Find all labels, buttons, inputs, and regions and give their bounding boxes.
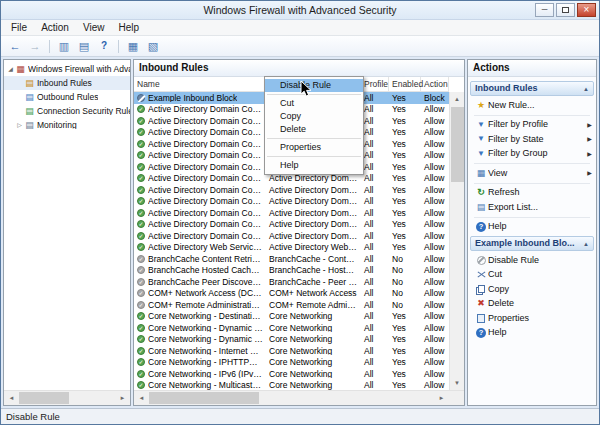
tree-item-connection-security-rules[interactable]: ▤Connection Security Rules [4,104,130,118]
scroll-right-arrow[interactable]: ► [434,395,449,401]
context-menu-item-copy[interactable]: Copy [265,110,363,123]
tree-expander-icon[interactable]: ▷ [15,122,24,128]
rule-name: Core Networking - IPv6 (IPv6-In) [148,370,263,379]
rule-row[interactable]: ✓Core Networking - Destination Unreachab… [134,311,449,323]
scroll-thumb[interactable] [451,107,464,182]
context-menu-item-help[interactable]: Help [265,159,363,172]
allow-rule-icon: ✓ [137,140,145,148]
close-button[interactable]: × [577,3,596,17]
show-console-tree-icon[interactable]: ▥ [55,38,73,55]
rule-enabled-cell: Yes [389,151,421,160]
column-header-name[interactable]: Name [134,77,266,91]
tree-expander-icon[interactable]: ◢ [6,66,15,72]
show-action-pane-icon[interactable]: ▦ [124,38,142,55]
rule-row[interactable]: ✓Core Networking - Dynamic Host Configur… [134,322,449,334]
rule-group-cell: Active Directory Domain Services [266,209,361,218]
context-menu: Disable RuleCutCopyDeletePropertiesHelp [264,76,364,175]
scroll-left-arrow[interactable]: ◄ [4,395,19,401]
rule-row[interactable]: ✓Core Networking - IPv6 (IPv6-In)Core Ne… [134,368,449,380]
back-icon[interactable]: ← [6,38,24,55]
tree-item-outbound-rules[interactable]: ▤Outbound Rules [4,90,130,104]
properties-sheet-shape [477,314,485,323]
action-view[interactable]: ▦View▶ [470,166,594,181]
context-menu-item-properties[interactable]: Properties [265,141,363,154]
rule-row[interactable]: ✓BranchCache Hosted Cache Server (HTTP-I… [134,265,449,277]
scroll-down-arrow[interactable]: ▼ [454,376,460,390]
context-menu-item-disable-rule[interactable]: Disable Rule [265,79,363,92]
tree-item-monitoring[interactable]: ▷▤Monitoring [4,118,130,132]
rule-name-cell: ✓Active Directory Domain Controller (RPC… [134,232,266,241]
action-group-header-example-inbound-blo[interactable]: Example Inbound Blo...▲ [470,236,594,251]
rule-enabled-cell: No [389,255,421,264]
export-list-icon[interactable]: ▤ [75,38,93,55]
rule-name: Core Networking - Multicast Listener Don… [148,381,263,390]
scroll-track[interactable] [149,391,434,405]
context-menu-separator [267,138,361,139]
rule-row[interactable]: ✓BranchCache Peer Discovery (WSD-In)Bran… [134,276,449,288]
column-header-enabled[interactable]: Enabled [389,77,421,91]
scroll-thumb[interactable] [149,392,259,404]
action-help[interactable]: ?Help [470,220,594,235]
action-filter-by-group[interactable]: ▼Filter by Group▶ [470,147,594,162]
title-bar[interactable]: Windows Firewall with Advanced Security … [1,1,599,20]
scroll-right-arrow[interactable]: ► [115,395,130,401]
action-copy[interactable]: Copy [470,282,594,297]
actions-pane-title: Actions [468,60,596,77]
action-cut[interactable]: Cut [470,268,594,283]
action-export-list[interactable]: ▤Export List... [470,200,594,215]
rule-row[interactable]: ✓Active Directory Domain Controller - SA… [134,184,449,196]
rule-profile-cell: All [361,324,389,333]
rule-row[interactable]: ✓BranchCache Content Retrieval (HTTP-In)… [134,253,449,265]
allow-rule-icon: ✓ [137,186,145,194]
rule-action-cell: Allow [421,370,449,379]
rule-row[interactable]: ✓Core Networking - Internet Group Manage… [134,345,449,357]
menu-view[interactable]: View [76,20,112,35]
rule-row[interactable]: ✓Active Directory Domain Controller - W3… [134,207,449,219]
tree-item-root[interactable]: ◢▦Windows Firewall with Advanced Securit… [4,62,130,76]
scroll-left-arrow[interactable]: ◄ [134,395,149,401]
menu-help[interactable]: Help [111,20,146,35]
rule-row[interactable]: ✓Core Networking - IPHTTPS (TCP-In)Core … [134,357,449,369]
scroll-thumb[interactable] [19,392,69,404]
action-refresh[interactable]: ↻Refresh [470,186,594,201]
vertical-scrollbar[interactable]: ▲ ▼ [449,92,464,390]
action-label: Help [488,328,594,337]
rule-row[interactable]: ✓Active Directory Domain Controller - Se… [134,196,449,208]
list-horizontal-scrollbar[interactable]: ◄ ► [134,390,464,405]
context-menu-item-delete[interactable]: Delete [265,123,363,136]
rule-row[interactable]: ✓Core Networking - Dynamic Host Configur… [134,334,449,346]
rule-profile-cell: All [361,335,389,344]
action-new-rule[interactable]: ★New Rule... [470,98,594,113]
action-help[interactable]: ?Help [470,326,594,341]
column-header-profile[interactable]: Profile [361,77,389,91]
rule-name-cell: ✓BranchCache Peer Discovery (WSD-In) [134,278,266,287]
context-menu-item-cut[interactable]: Cut [265,97,363,110]
action-group-header-inbound-rules[interactable]: Inbound Rules▲ [470,81,594,96]
menu-action[interactable]: Action [34,20,76,35]
action-properties[interactable]: Properties [470,311,594,326]
rule-row[interactable]: ✓Active Directory Web Services (TCP-In)A… [134,242,449,254]
tree-horizontal-scrollbar[interactable]: ◄ ► [4,390,130,405]
forward-icon[interactable]: → [26,38,44,55]
action-delete[interactable]: ✖Delete [470,297,594,312]
scroll-up-arrow[interactable]: ▲ [454,92,460,106]
rule-row[interactable]: ✓Active Directory Domain Controller (RPC… [134,230,449,242]
rule-row[interactable]: ✓Core Networking - Multicast Listener Do… [134,380,449,391]
restore-button[interactable] [556,3,575,17]
standard-toolbar-icon[interactable]: ▧ [144,38,162,55]
rule-row[interactable]: ✓COM+ Remote Administration (DCOM-In)COM… [134,299,449,311]
action-filter-by-state[interactable]: ▼Filter by State▶ [470,132,594,147]
rule-row[interactable]: ✓COM+ Network Access (DCOM-In)COM+ Netwo… [134,288,449,300]
outbound-rules-icon: ▤ [24,93,35,102]
menu-file[interactable]: File [4,20,34,35]
rule-name: Example Inbound Block [148,94,237,103]
minimize-button[interactable]: ─ [535,3,554,17]
help-icon[interactable]: ? [95,38,113,55]
action-filter-by-profile[interactable]: ▼Filter by Profile▶ [470,118,594,133]
scroll-track[interactable] [19,391,115,405]
help-icon: ? [476,328,486,338]
tree-item-inbound-rules[interactable]: ▤Inbound Rules [4,76,130,90]
rule-row[interactable]: ✓Active Directory Domain Controller (RPC… [134,219,449,231]
column-header-action[interactable]: Action [421,77,449,91]
action-disable-rule[interactable]: Disable Rule [470,253,594,268]
